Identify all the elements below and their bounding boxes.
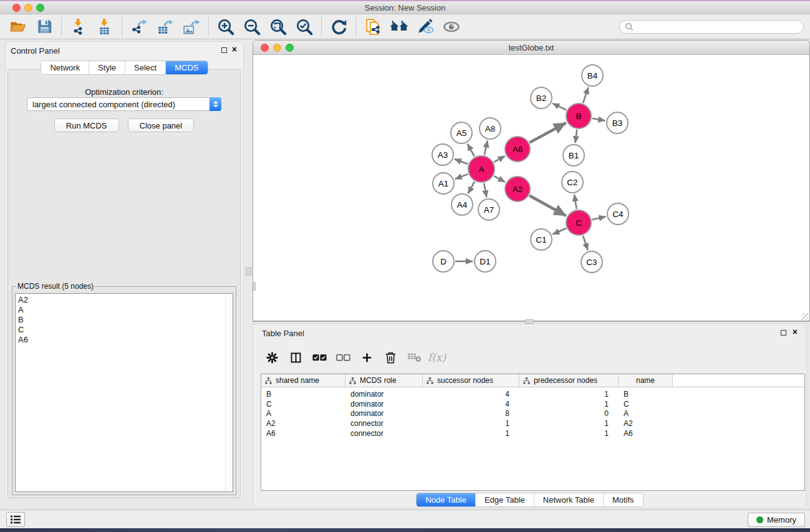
cell-successor-nodes[interactable]: 8 bbox=[423, 409, 519, 418]
resize-corner-handle[interactable] bbox=[802, 313, 809, 320]
network-window-titlebar[interactable]: testGlobe.txt bbox=[253, 41, 809, 55]
cell-predecessor-nodes[interactable]: 1 bbox=[519, 390, 619, 399]
edge-B-B2[interactable] bbox=[552, 104, 566, 110]
table-row[interactable]: Cdominator41C bbox=[261, 399, 804, 409]
cell-shared-name[interactable]: A2 bbox=[261, 419, 345, 428]
cell-successor-nodes[interactable]: 1 bbox=[423, 419, 519, 428]
cell-MCDS-role[interactable]: dominator bbox=[345, 390, 423, 399]
table-row[interactable]: Bdominator41B bbox=[261, 389, 804, 399]
cell-MCDS-role[interactable]: connector bbox=[345, 419, 423, 428]
zoom-in-button[interactable] bbox=[213, 16, 239, 37]
node-B1[interactable]: B1 bbox=[563, 145, 584, 166]
node-B4[interactable]: B4 bbox=[582, 65, 603, 86]
mcds-result-item[interactable]: A2 bbox=[18, 295, 233, 305]
node-C2[interactable]: C2 bbox=[562, 172, 583, 193]
list-scrollbar[interactable] bbox=[225, 294, 233, 491]
save-session-button[interactable] bbox=[31, 16, 57, 37]
network-canvas[interactable]: AA1A2A3A4A5A6A7A8BB1B2B3B4CC1C2C3C4DD1 bbox=[253, 55, 809, 321]
memory-button[interactable]: Memory bbox=[748, 513, 805, 527]
tab-mcds[interactable]: MCDS bbox=[165, 61, 207, 74]
edge-B-B3[interactable] bbox=[592, 118, 605, 121]
import-table-button[interactable] bbox=[92, 16, 118, 37]
frame-edge-handle[interactable] bbox=[253, 283, 256, 291]
cell-shared-name[interactable]: A6 bbox=[261, 429, 345, 438]
cell-MCDS-role[interactable]: dominator bbox=[345, 409, 423, 418]
close-panel-button[interactable]: Close panel bbox=[128, 118, 195, 132]
add-column-button[interactable] bbox=[357, 348, 377, 367]
node-A8[interactable]: A8 bbox=[480, 118, 501, 139]
cell-MCDS-role[interactable]: dominator bbox=[345, 400, 423, 409]
function-builder-button[interactable]: f(x) bbox=[428, 351, 446, 364]
split-panel-button[interactable] bbox=[286, 348, 306, 367]
cell-shared-name[interactable]: C bbox=[261, 400, 345, 409]
tab-select[interactable]: Select bbox=[125, 61, 165, 74]
node-A1[interactable]: A1 bbox=[433, 173, 454, 194]
edge-A2-C[interactable] bbox=[529, 196, 566, 216]
cell-predecessor-nodes[interactable]: 1 bbox=[519, 419, 619, 428]
node-D1[interactable]: D1 bbox=[475, 251, 496, 272]
cell-name[interactable]: C bbox=[619, 400, 673, 409]
edge-C-C4[interactable] bbox=[592, 216, 605, 220]
node-A3[interactable]: A3 bbox=[432, 144, 453, 165]
node-B3[interactable]: B3 bbox=[607, 112, 628, 133]
search-input[interactable] bbox=[637, 22, 798, 31]
clone-network-button[interactable] bbox=[360, 16, 386, 37]
tab-network[interactable]: Network bbox=[41, 61, 89, 74]
edge-A-A8[interactable] bbox=[485, 141, 488, 155]
node-A6[interactable]: A6 bbox=[505, 137, 530, 162]
cell-successor-nodes[interactable]: 4 bbox=[423, 390, 519, 399]
node-A5[interactable]: A5 bbox=[451, 122, 472, 143]
cell-MCDS-role[interactable]: connector bbox=[345, 429, 423, 438]
cell-name[interactable]: A bbox=[619, 409, 673, 418]
mcds-result-item[interactable]: B bbox=[18, 315, 233, 325]
edge-A-A1[interactable] bbox=[455, 174, 468, 179]
export-network-button[interactable] bbox=[126, 16, 152, 37]
mcds-result-list[interactable]: A2ABCA6 bbox=[15, 293, 233, 492]
column-header-successor-nodes[interactable]: successor nodes bbox=[423, 374, 519, 387]
float-panel-icon[interactable] bbox=[221, 47, 227, 53]
search-box[interactable] bbox=[619, 20, 804, 34]
edge-A-A7[interactable] bbox=[484, 183, 486, 198]
node-B2[interactable]: B2 bbox=[531, 87, 552, 109]
table-settings-button[interactable] bbox=[262, 348, 282, 367]
edge-A-A4[interactable] bbox=[468, 181, 475, 193]
node-D[interactable]: D bbox=[433, 251, 454, 272]
edge-A-A2[interactable] bbox=[494, 176, 505, 182]
node-A[interactable]: A bbox=[468, 156, 494, 182]
column-header-MCDS-role[interactable]: MCDS role bbox=[345, 374, 423, 387]
close-panel-icon[interactable]: × bbox=[232, 44, 237, 54]
tab-network-table[interactable]: Network Table bbox=[534, 493, 603, 506]
node-A4[interactable]: A4 bbox=[451, 194, 473, 215]
show-graphics-button[interactable] bbox=[438, 16, 465, 37]
table-row[interactable]: Adominator80A bbox=[261, 409, 804, 419]
table-row[interactable]: A6connector11A6 bbox=[261, 428, 804, 438]
edge-C-C1[interactable] bbox=[552, 228, 566, 235]
cell-name[interactable]: A6 bbox=[619, 429, 673, 438]
edge-A-A5[interactable] bbox=[468, 144, 475, 157]
cell-predecessor-nodes[interactable]: 1 bbox=[519, 429, 619, 438]
mcds-result-item[interactable]: A6 bbox=[18, 335, 233, 345]
edge-A-A3[interactable] bbox=[455, 159, 468, 164]
export-image-button[interactable] bbox=[178, 16, 205, 37]
mcds-result-item[interactable]: C bbox=[18, 325, 233, 335]
node-C3[interactable]: C3 bbox=[581, 251, 602, 273]
delete-table-button[interactable] bbox=[404, 348, 425, 367]
column-header-predecessor-nodes[interactable]: predecessor nodes bbox=[519, 374, 619, 387]
tab-motifs[interactable]: Motifs bbox=[603, 493, 643, 506]
open-session-button[interactable] bbox=[5, 16, 31, 37]
node-A2[interactable]: A2 bbox=[505, 177, 530, 201]
edge-C-C2[interactable] bbox=[574, 195, 577, 209]
cell-shared-name[interactable]: B bbox=[261, 390, 345, 399]
cell-predecessor-nodes[interactable]: 1 bbox=[519, 400, 619, 409]
edge-C-C3[interactable] bbox=[583, 236, 588, 250]
zoom-out-button[interactable] bbox=[239, 16, 265, 37]
column-header-shared-name[interactable]: shared name bbox=[261, 374, 345, 387]
node-A7[interactable]: A7 bbox=[478, 199, 499, 220]
select-all-button[interactable] bbox=[309, 348, 330, 367]
node-C4[interactable]: C4 bbox=[607, 203, 629, 225]
cell-shared-name[interactable]: A bbox=[261, 409, 345, 418]
edit-view-button[interactable] bbox=[412, 16, 438, 37]
edge-B-B1[interactable] bbox=[576, 130, 577, 143]
refresh-button[interactable] bbox=[325, 16, 352, 37]
zoom-selected-button[interactable] bbox=[291, 16, 317, 37]
